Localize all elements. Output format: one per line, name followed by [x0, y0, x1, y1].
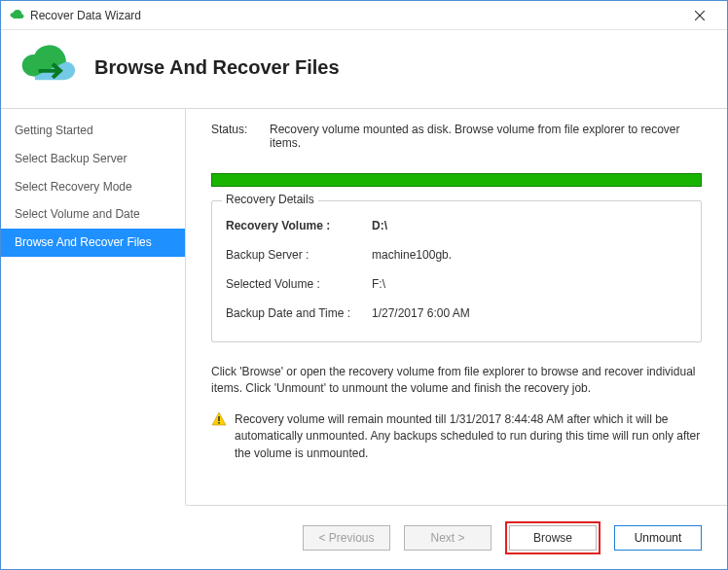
recovery-details-group: Recovery Details Recovery Volume : D:\ B…: [211, 200, 702, 342]
app-cloud-icon: [9, 8, 24, 23]
sidebar-item-label: Select Backup Server: [15, 152, 127, 165]
details-value: 1/27/2017 6:00 AM: [372, 306, 470, 320]
main-panel: Status: Recovery volume mounted as disk.…: [186, 109, 727, 505]
browse-button[interactable]: Browse: [509, 525, 597, 551]
sidebar-item-label: Browse And Recover Files: [15, 235, 152, 249]
details-key: Recovery Volume :: [226, 219, 372, 232]
status-row: Status: Recovery volume mounted as disk.…: [211, 123, 702, 150]
details-row-recovery-volume: Recovery Volume : D:\: [226, 211, 687, 240]
cloud-recover-icon: [18, 44, 77, 90]
status-label: Status:: [211, 123, 254, 150]
instruction-text: Click 'Browse' or open the recovery volu…: [211, 364, 702, 398]
details-value: machine100gb.: [372, 248, 452, 262]
close-icon: [695, 11, 705, 20]
unmount-button[interactable]: Unmount: [614, 525, 702, 551]
previous-button: < Previous: [303, 525, 390, 551]
recovery-details-legend: Recovery Details: [222, 193, 318, 206]
browse-button-highlight: Browse: [505, 521, 601, 554]
sidebar-item-browse-and-recover-files[interactable]: Browse And Recover Files: [1, 229, 185, 257]
sidebar-item-select-volume-and-date[interactable]: Select Volume and Date: [1, 200, 185, 229]
details-key: Selected Volume :: [226, 277, 372, 291]
svg-rect-3: [218, 422, 220, 424]
sidebar-item-getting-started[interactable]: Getting Started: [1, 117, 185, 145]
page-header: Browse And Recover Files: [1, 30, 727, 108]
titlebar: Recover Data Wizard: [1, 1, 727, 30]
window-title: Recover Data Wizard: [30, 9, 680, 22]
page-title: Browse And Recover Files: [94, 56, 340, 79]
details-row-backup-server: Backup Server : machine100gb.: [226, 240, 687, 269]
footer-buttons: < Previous Next > Browse Unmount: [186, 505, 727, 569]
sidebar-item-label: Select Recovery Mode: [15, 180, 132, 194]
warning-text: Recovery volume will remain mounted till…: [235, 411, 702, 462]
details-row-backup-date-time: Backup Date and Time : 1/27/2017 6:00 AM: [226, 299, 687, 328]
details-value: D:\: [372, 219, 387, 232]
close-button[interactable]: [680, 2, 719, 29]
svg-rect-2: [218, 416, 220, 421]
details-row-selected-volume: Selected Volume : F:\: [226, 269, 687, 299]
warning-row: Recovery volume will remain mounted till…: [211, 411, 702, 462]
wizard-sidebar: Getting Started Select Backup Server Sel…: [1, 109, 186, 505]
warning-icon: [211, 411, 227, 427]
body: Getting Started Select Backup Server Sel…: [1, 109, 727, 505]
details-key: Backup Server :: [226, 248, 372, 262]
progress-bar: [211, 173, 702, 187]
sidebar-item-select-recovery-mode[interactable]: Select Recovery Mode: [1, 173, 185, 201]
sidebar-item-label: Getting Started: [15, 124, 93, 137]
next-button: Next >: [404, 525, 491, 551]
details-value: F:\: [372, 277, 385, 291]
dialog-window: Recover Data Wizard Browse And Recover F…: [0, 0, 728, 570]
sidebar-item-select-backup-server[interactable]: Select Backup Server: [1, 145, 185, 173]
status-text: Recovery volume mounted as disk. Browse …: [270, 123, 702, 150]
sidebar-item-label: Select Volume and Date: [15, 207, 140, 221]
details-key: Backup Date and Time :: [226, 306, 372, 320]
